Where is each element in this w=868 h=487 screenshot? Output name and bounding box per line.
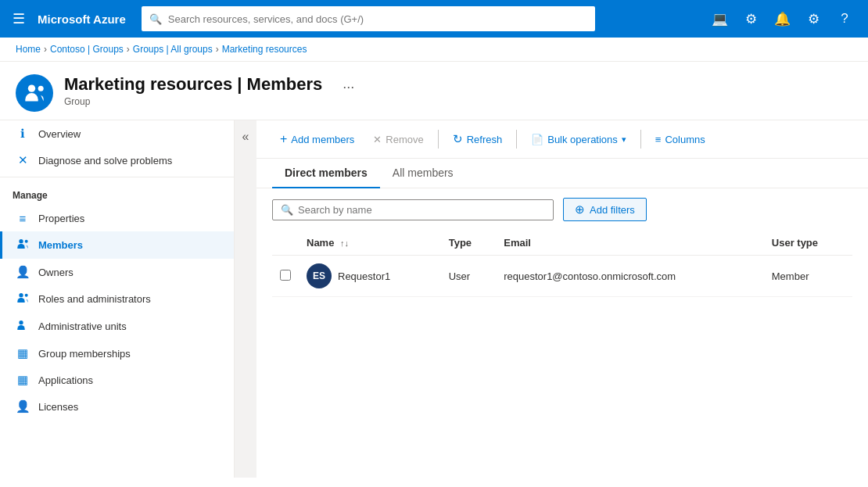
sidebar: ℹ Overview ✕ Diagnose and solve problems… [0,120,235,478]
settings-icon[interactable]: ⚙ [799,5,827,33]
refresh-button[interactable]: ↻ Refresh [445,128,511,150]
select-all-header [272,231,299,256]
search-input[interactable] [298,204,545,216]
columns-label: Columns [665,134,705,145]
properties-icon: ≡ [15,212,30,225]
cloud-shell-icon[interactable]: 💻 [705,5,733,33]
sidebar-item-owners[interactable]: 👤 Owners [0,259,234,285]
name-column-header[interactable]: Name ↑↓ [299,231,441,256]
toolbar-sep-1 [438,130,439,149]
tab-direct-members[interactable]: Direct members [272,159,380,188]
page-header-text: Marketing resources | Members Group [64,74,322,107]
email-column-header[interactable]: Email [496,231,764,256]
content-area: + Add members ✕ Remove ↻ Refresh 📄 Bulk … [256,120,868,478]
add-filters-button[interactable]: ⊕ Add filters [563,198,647,221]
sidebar-item-licenses[interactable]: 👤 Licenses [0,393,234,420]
columns-icon: ≡ [655,134,662,145]
row-checkbox-cell[interactable] [272,256,299,297]
sidebar-item-owners-label: Owners [38,267,74,278]
breadcrumb-contoso[interactable]: Contoso | Groups [50,44,124,55]
sidebar-collapse-button[interactable]: « [235,120,256,478]
add-members-label: Add members [291,134,354,145]
collapse-icon: « [239,127,253,147]
sidebar-item-properties[interactable]: ≡ Properties [0,206,234,231]
sidebar-item-diagnose[interactable]: ✕ Diagnose and solve problems [0,147,234,174]
global-search-box[interactable]: 🔍 [142,6,595,31]
user-name: Requestor1 [338,270,390,282]
tab-all-members[interactable]: All members [380,159,466,188]
sidebar-item-applications[interactable]: ▦ Applications [0,367,234,393]
refresh-icon: ↻ [453,132,463,146]
sidebar-item-overview[interactable]: ℹ Overview [0,120,234,147]
row-checkbox[interactable] [280,270,291,281]
sidebar-item-group-memberships[interactable]: ▦ Group memberships [0,340,234,367]
filter-icon: ⊕ [575,202,585,217]
remove-label: Remove [386,134,423,145]
breadcrumb-sep-1: › [44,44,47,55]
row-type-cell: User [441,256,497,297]
sidebar-item-diagnose-label: Diagnose and solve problems [38,155,172,167]
sidebar-item-licenses-label: Licenses [38,401,78,413]
group-memberships-icon: ▦ [15,346,30,360]
tabs: Direct members All members [256,159,868,188]
svg-point-2 [19,239,23,243]
notifications-icon[interactable]: 🔔 [768,5,796,33]
more-options-button[interactable]: ··· [343,79,354,95]
bulk-operations-label: Bulk operations [547,134,618,145]
search-box-icon: 🔍 [281,204,293,216]
svg-point-0 [28,85,35,92]
hamburger-icon[interactable]: ☰ [9,7,28,30]
global-search-input[interactable] [168,13,587,25]
breadcrumb: Home › Contoso | Groups › Groups | All g… [0,38,868,62]
page-header: Marketing resources | Members Group ··· [0,62,868,120]
sidebar-item-roles[interactable]: Roles and administrators [0,285,234,313]
applications-icon: ▦ [15,373,30,387]
remove-button[interactable]: ✕ Remove [365,130,431,149]
usertype-column-header[interactable]: User type [764,231,852,256]
manage-section-label: Manage [0,181,234,206]
row-usertype-cell: Member [764,256,852,297]
refresh-label: Refresh [467,134,503,145]
help-icon[interactable]: ? [830,5,859,33]
svg-point-6 [19,320,23,324]
chevron-down-icon: ▾ [622,134,626,145]
members-table: Name ↑↓ Type Email User type ES Requesto… [272,231,852,297]
toolbar: + Add members ✕ Remove ↻ Refresh 📄 Bulk … [256,120,868,159]
topbar: ☰ Microsoft Azure 🔍 💻 ⚙ 🔔 ⚙ ? [0,0,868,38]
toolbar-sep-3 [640,130,641,149]
owners-icon: 👤 [15,265,30,279]
page-subtitle: Group [64,96,322,107]
sidebar-item-group-memberships-label: Group memberships [38,348,131,360]
admin-units-icon [15,319,30,334]
columns-button[interactable]: ≡ Columns [647,130,713,149]
search-icon: 🔍 [149,13,162,25]
sidebar-item-members[interactable]: Members [0,231,234,259]
bulk-operations-button[interactable]: 📄 Bulk operations ▾ [523,130,634,149]
sidebar-item-roles-label: Roles and administrators [38,293,151,305]
info-icon: ℹ [15,127,30,141]
topbar-icons: 💻 ⚙ 🔔 ⚙ ? [705,5,859,33]
members-icon [15,238,30,252]
breadcrumb-current: Marketing resources [222,44,307,55]
table-container: Name ↑↓ Type Email User type ES Requesto… [256,231,868,297]
sort-icon: ↑↓ [340,238,349,248]
add-members-button[interactable]: + Add members [272,128,362,150]
bulk-icon: 📄 [531,134,543,145]
remove-icon: ✕ [373,134,382,145]
sidebar-item-members-label: Members [38,239,83,251]
add-icon: + [280,132,287,146]
sidebar-item-admin-units[interactable]: Administrative units [0,313,234,340]
roles-icon [15,292,30,306]
breadcrumb-home[interactable]: Home [16,44,41,55]
svg-point-5 [25,294,28,297]
search-box[interactable]: 🔍 [272,199,554,220]
portal-settings-icon[interactable]: ⚙ [737,5,765,33]
filter-row: 🔍 ⊕ Add filters [256,188,868,231]
svg-point-4 [19,293,23,297]
breadcrumb-all-groups[interactable]: Groups | All groups [133,44,213,55]
brand-label: Microsoft Azure [38,13,126,26]
type-column-header[interactable]: Type [441,231,497,256]
sidebar-item-applications-label: Applications [38,374,93,386]
svg-point-1 [38,86,44,91]
row-name-cell: ES Requestor1 [299,256,441,297]
